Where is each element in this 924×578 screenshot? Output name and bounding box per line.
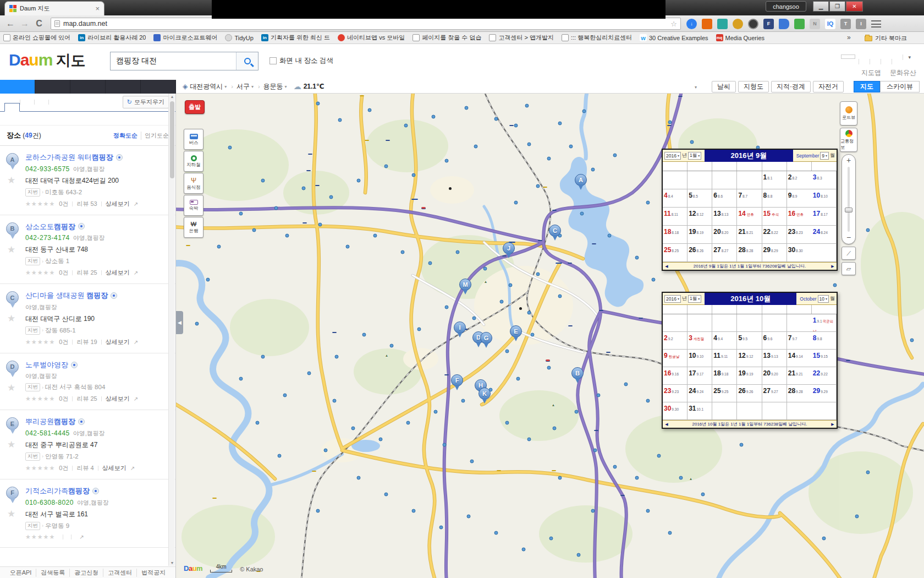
checkbox-icon[interactable] [270,57,277,64]
bookmark-item[interactable]: 마이크로소프트웨어 [153,34,217,42]
poi-dot[interactable] [316,509,320,513]
poi-dot[interactable] [536,272,540,276]
month-number-select[interactable]: 9 [820,152,829,160]
result-subtab[interactable] [48,103,63,111]
scroll-up-icon[interactable]: ▲ [169,95,175,99]
favorite-star-icon[interactable]: ★ [7,313,15,324]
map-marker[interactable]: G [480,332,492,348]
t-icon[interactable]: T [840,19,851,29]
departure-flag[interactable]: 출발 [185,100,205,114]
top-link[interactable] [903,51,916,62]
favorite-star-icon[interactable]: ★ [7,439,15,450]
calendar-day-cell[interactable] [737,402,762,420]
poi-dot[interactable] [701,493,705,497]
top-link[interactable] [870,55,881,58]
search-button[interactable] [236,52,258,70]
footer-link[interactable]: 법적공지 [136,569,166,577]
calendar-day-cell[interactable] [712,314,737,332]
calendar-day-cell[interactable]: 169.16 [663,367,688,385]
year-select[interactable]: 2016 [664,295,681,303]
poi-dot[interactable] [531,333,535,337]
map-marker[interactable]: F [451,374,463,391]
bank-layer-button[interactable]: ₩은행 [184,217,204,238]
zoom-slider[interactable] [848,167,850,232]
review-count[interactable]: 리뷰 25 [76,269,97,277]
calendar-day-cell[interactable]: 68.6 [712,189,737,208]
calendar-day-cell[interactable]: 199.19 [737,367,762,385]
sort-popularity[interactable]: 인기도순 [141,132,169,140]
poi-dot[interactable] [472,317,476,320]
calendar-day-cell[interactable] [737,314,762,332]
month-select[interactable]: 1월 [688,152,701,160]
poi-dot[interactable] [261,355,265,359]
poi-dot[interactable] [527,311,531,315]
bookmark-item[interactable]: 기획자를 위한 최신 드 [261,34,330,42]
poi-dot[interactable] [483,267,487,271]
iq-icon[interactable]: IQ [825,19,835,29]
zoom-out-button[interactable]: − [846,233,851,242]
calendar-day-cell[interactable]: 308.30 [787,244,812,262]
calendar-day-cell[interactable]: 178.17 [812,208,837,226]
poi-dot[interactable] [195,322,199,326]
back-button[interactable]: ← [3,19,18,29]
calendar-day-cell[interactable]: 3개천절 [688,332,712,350]
poi-dot[interactable] [445,306,449,309]
poi-dot[interactable] [324,449,328,452]
map-marker[interactable]: A [575,174,587,190]
detail-link[interactable]: 상세보기 [106,338,130,346]
sub-link[interactable]: 지도앱 [861,68,881,78]
bookmark-item[interactable]: 온라인 쇼핑몰에 있어 [3,34,70,42]
poi-dot[interactable] [591,509,595,513]
zoom-in-button[interactable]: + [846,156,851,165]
poi-dot[interactable] [406,421,410,425]
restaurant-layer-button[interactable]: Ψ음식점 [184,173,204,194]
map-canvas[interactable]: ACJMEIDGBFHK 출발 버스 지하철 Ψ음식점 숙박 ₩은행 ◀ 로드뷰… [176,94,924,578]
calendar-day-cell[interactable] [762,402,787,420]
calendar-day-cell[interactable]: 228.22 [762,226,787,244]
poi-dot[interactable] [558,476,562,480]
poi-dot[interactable] [657,454,661,458]
poi-dot[interactable] [558,295,562,298]
poi-dot[interactable] [652,278,656,282]
poi-dot[interactable] [307,372,311,375]
calendar-day-cell[interactable]: 128.12 [688,208,712,226]
poi-dot[interactable] [456,250,460,254]
result-subtab[interactable] [4,103,20,112]
roadview-icon[interactable] [111,292,117,299]
place-result-item[interactable]: D ★ 노루벌야영장 야영,캠핑장 지번 › 대전 서구 흑석동 804 ★ [0,353,175,411]
map-marker[interactable]: M [459,279,471,295]
calendar-day-cell[interactable] [737,171,762,189]
calendar-day-cell[interactable] [812,402,837,420]
poi-dot[interactable] [500,300,504,304]
poi-dot[interactable] [338,118,342,122]
downloads-icon[interactable]: ↓ [686,19,697,29]
roadview-icon[interactable] [92,488,99,494]
calendar-day-cell[interactable] [688,314,712,332]
poi-dot[interactable] [536,184,540,188]
layer-button[interactable]: 날씨 [712,81,736,92]
calendar-day-cell[interactable]: 138.13 [712,208,737,226]
top-link[interactable] [881,55,892,58]
detail-link[interactable]: 상세보기 [106,200,130,208]
bus-layer-button[interactable]: 버스 [184,129,204,150]
calendar-day-cell[interactable]: 238.23 [787,226,812,244]
calendar-day-cell[interactable]: 189.18 [712,367,737,385]
poi-dot[interactable] [261,179,265,183]
poi-dot[interactable] [580,212,584,216]
calendar-day-cell[interactable]: 118.11 [663,208,688,226]
poi-dot[interactable] [866,471,870,475]
poi-dot[interactable] [646,399,650,403]
scrollbar-thumb[interactable] [170,101,174,178]
result-subtab[interactable] [20,103,34,111]
sub-link[interactable]: 문화유산 [890,68,916,78]
roadview-icon[interactable] [78,223,85,230]
calendar-day-cell[interactable]: 209.20 [762,367,787,385]
mode-tab[interactable] [141,80,176,94]
poi-dot[interactable] [494,531,498,535]
scroll-down-icon[interactable]: ▼ [169,561,175,565]
poi-dot[interactable] [547,366,551,370]
mode-tab[interactable] [70,80,106,94]
bookmark-item[interactable]: TidyUp [225,34,253,41]
poi-dot[interactable] [516,377,520,381]
poi-dot[interactable] [577,553,581,557]
